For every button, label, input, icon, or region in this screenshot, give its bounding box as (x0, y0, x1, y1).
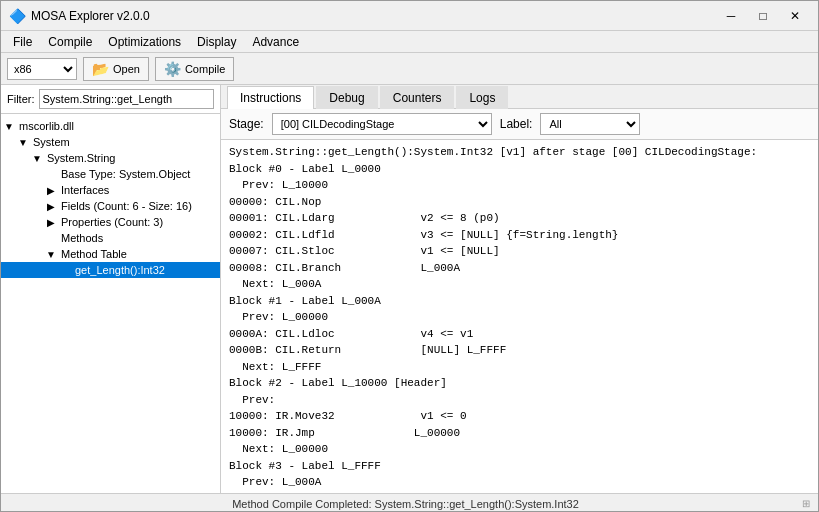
menu-item-file[interactable]: File (5, 31, 40, 53)
stage-bar: Stage: [00] CILDecodingStage Label: All (221, 109, 818, 140)
main-content: Filter: ▼mscorlib.dll▼System▼System.Stri… (1, 85, 818, 493)
tree-item-method-table[interactable]: ▼Method Table (1, 246, 220, 262)
tree-toggle-mscorlib[interactable]: ▼ (1, 121, 17, 132)
tree-label-get-length: get_Length():Int32 (73, 263, 167, 277)
code-line: 0000A: CIL.Ldloc v4 <= v1 (229, 326, 810, 343)
right-panel: InstructionsDebugCountersLogs Stage: [00… (221, 85, 818, 493)
title-bar: 🔷 MOSA Explorer v2.0.0 ─ □ ✕ (1, 1, 818, 31)
menu-item-compile[interactable]: Compile (40, 31, 100, 53)
filter-input[interactable] (39, 89, 215, 109)
code-line: Next: (229, 491, 810, 494)
resize-grip: ⊞ (802, 498, 810, 509)
compile-icon: ⚙️ (164, 61, 181, 77)
tab-counters[interactable]: Counters (380, 86, 455, 109)
tree-toggle-method-table[interactable]: ▼ (43, 249, 59, 260)
tree-item-properties[interactable]: ▶Properties (Count: 3) (1, 214, 220, 230)
open-icon: 📂 (92, 61, 109, 77)
tree-toggle-system-string[interactable]: ▼ (29, 153, 45, 164)
tree-label-methods: Methods (59, 231, 105, 245)
tab-bar: InstructionsDebugCountersLogs (221, 85, 818, 109)
tree-label-fields: Fields (Count: 6 - Size: 16) (59, 199, 194, 213)
code-line: Next: L_000A (229, 276, 810, 293)
code-line: 10000: IR.Jmp L_00000 (229, 425, 810, 442)
code-line: Prev: (229, 392, 810, 409)
label-label-text: Label: (500, 117, 533, 131)
tree-label-system: System (31, 135, 72, 149)
menu-item-optimizations[interactable]: Optimizations (100, 31, 189, 53)
tree-label-interfaces: Interfaces (59, 183, 111, 197)
label-select[interactable]: All (540, 113, 640, 135)
tree-item-mscorlib[interactable]: ▼mscorlib.dll (1, 118, 220, 134)
toolbar: x86x64ARM 📂 Open ⚙️ Compile (1, 53, 818, 85)
tree-item-system[interactable]: ▼System (1, 134, 220, 150)
status-text: Method Compile Completed: System.String:… (9, 498, 802, 510)
code-line: Prev: L_000A (229, 474, 810, 491)
code-line: Prev: L_00000 (229, 309, 810, 326)
menu-bar: FileCompileOptimizationsDisplayAdvance (1, 31, 818, 53)
code-line: Next: L_FFFF (229, 359, 810, 376)
code-line: 10000: IR.Move32 v1 <= 0 (229, 408, 810, 425)
code-line: Next: L_00000 (229, 441, 810, 458)
tree-item-get-length[interactable]: get_Length():Int32 (1, 262, 220, 278)
minimize-button[interactable]: ─ (716, 6, 746, 26)
code-line: 0000B: CIL.Return [NULL] L_FFFF (229, 342, 810, 359)
close-button[interactable]: ✕ (780, 6, 810, 26)
tree-item-fields[interactable]: ▶Fields (Count: 6 - Size: 16) (1, 198, 220, 214)
menu-item-advance[interactable]: Advance (244, 31, 307, 53)
code-area: System.String::get_Length():System.Int32… (221, 140, 818, 493)
stage-select[interactable]: [00] CILDecodingStage (272, 113, 492, 135)
open-button[interactable]: 📂 Open (83, 57, 149, 81)
code-line: 00000: CIL.Nop (229, 194, 810, 211)
filter-bar: Filter: (1, 85, 220, 114)
app-icon: 🔷 (9, 8, 25, 24)
code-line: Block #2 - Label L_10000 [Header] (229, 375, 810, 392)
tab-debug[interactable]: Debug (316, 86, 377, 109)
compile-button[interactable]: ⚙️ Compile (155, 57, 234, 81)
code-line: 00007: CIL.Stloc v1 <= [NULL] (229, 243, 810, 260)
code-line: Block #3 - Label L_FFFF (229, 458, 810, 475)
tree-item-base-type[interactable]: Base Type: System.Object (1, 166, 220, 182)
tree-label-system-string: System.String (45, 151, 117, 165)
window-controls: ─ □ ✕ (716, 6, 810, 26)
tree-item-methods[interactable]: Methods (1, 230, 220, 246)
status-bar: Method Compile Completed: System.String:… (1, 493, 818, 512)
tree-label-base-type: Base Type: System.Object (59, 167, 192, 181)
menu-item-display[interactable]: Display (189, 31, 244, 53)
tree-toggle-interfaces[interactable]: ▶ (43, 185, 59, 196)
code-line: Block #1 - Label L_000A (229, 293, 810, 310)
tree-toggle-properties[interactable]: ▶ (43, 217, 59, 228)
tab-logs[interactable]: Logs (456, 86, 508, 109)
tree-toggle-fields[interactable]: ▶ (43, 201, 59, 212)
maximize-button[interactable]: □ (748, 6, 778, 26)
code-line: 00008: CIL.Branch L_000A (229, 260, 810, 277)
code-line: Block #0 - Label L_0000 (229, 161, 810, 178)
compile-label: Compile (185, 63, 225, 75)
tree-view: ▼mscorlib.dll▼System▼System.String Base … (1, 114, 220, 493)
code-line: System.String::get_Length():System.Int32… (229, 144, 810, 161)
tree-item-interfaces[interactable]: ▶Interfaces (1, 182, 220, 198)
stage-label-text: Stage: (229, 117, 264, 131)
open-label: Open (113, 63, 140, 75)
tree-label-method-table: Method Table (59, 247, 129, 261)
arch-select[interactable]: x86x64ARM (7, 58, 77, 80)
code-line: 00001: CIL.Ldarg v2 <= 8 (p0) (229, 210, 810, 227)
filter-label: Filter: (7, 93, 35, 105)
tree-label-mscorlib: mscorlib.dll (17, 119, 76, 133)
tree-toggle-system[interactable]: ▼ (15, 137, 31, 148)
tree-item-system-string[interactable]: ▼System.String (1, 150, 220, 166)
code-line: Prev: L_10000 (229, 177, 810, 194)
left-panel: Filter: ▼mscorlib.dll▼System▼System.Stri… (1, 85, 221, 493)
title-text: MOSA Explorer v2.0.0 (31, 9, 716, 23)
tab-instructions[interactable]: Instructions (227, 86, 314, 109)
tree-label-properties: Properties (Count: 3) (59, 215, 165, 229)
code-line: 00002: CIL.Ldfld v3 <= [NULL] {f=String.… (229, 227, 810, 244)
